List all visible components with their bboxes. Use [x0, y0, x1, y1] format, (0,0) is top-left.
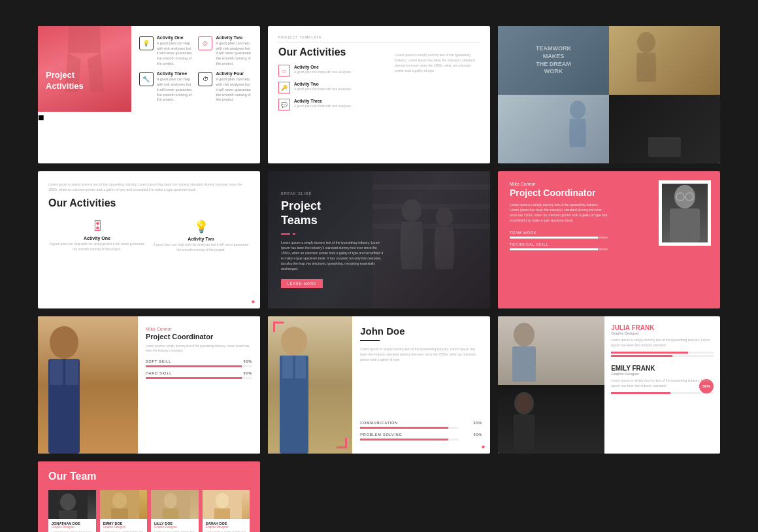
act-row-2: 🔑 Activity Two A good plan can help with…	[278, 82, 480, 93]
slide7-skill-2-fill	[146, 377, 242, 379]
john-doe-info: John Doe Lorem ipsum is simply dummy tex…	[352, 316, 490, 454]
activity-desc-4: A good plan can help with risk analyses …	[216, 77, 252, 102]
slide5-content: BREAK SLIDE Project Teams Lorem ipsum is…	[268, 171, 490, 308]
slide7-skill-1-label: SOFT SKILL 90%	[146, 359, 252, 363]
jonathan-role: Graphic Designer	[52, 525, 93, 529]
emily-bar-bg	[611, 392, 714, 394]
svg-rect-22	[295, 356, 306, 378]
slide4-act2-name: Activity Two	[152, 237, 250, 241]
svg-point-38	[216, 493, 229, 508]
slide-project-teams: BREAK SLIDE Project Teams Lorem ipsum is…	[268, 171, 490, 308]
photo-person-sitting	[609, 26, 720, 95]
emily-name: EMILY FRANK	[611, 365, 714, 372]
slide8-skill-1-fill	[360, 427, 448, 429]
emily-photo	[498, 385, 604, 454]
slide4-activities: 🎛 Activity One A good plan can help with…	[48, 220, 250, 252]
slide5-dots	[281, 233, 477, 235]
lilly-photo	[151, 490, 199, 519]
julia-role: Graphic Designer	[611, 331, 714, 335]
emily-desc: Lorem ipsum is simply dummy text of the …	[611, 378, 714, 388]
activity-name-1: Activity One	[157, 35, 193, 40]
svg-rect-18	[65, 359, 78, 385]
team-member-jonathan: JONATHAN DOE Graphic Designer Lorem ipsu…	[48, 490, 96, 532]
svg-point-27	[516, 394, 532, 412]
slide4-act1: 🎛 Activity One A good plan can help with…	[48, 220, 146, 252]
slide8-skill-2-track	[360, 439, 458, 441]
act-name-2: Activity Two	[294, 82, 351, 86]
slide-john-doe: John Doe Lorem ipsum is simply dummy tex…	[268, 316, 490, 454]
act-name-1: Activity One	[294, 65, 351, 69]
slide4-heading: Our Activities	[48, 197, 250, 209]
jonathan-photo	[48, 490, 96, 519]
photo-teamwork: TEAMWORKMAKESTHE DREAMWORK	[498, 26, 609, 95]
slide-project-activities: Project Activities 💡 Activity One A good…	[38, 26, 260, 163]
emily-card: EMILY FRANK Graphic Designer Lorem ipsum…	[611, 365, 714, 394]
svg-point-23	[514, 323, 535, 346]
svg-rect-36	[163, 508, 178, 519]
slide4-act1-desc: A good plan can help with risk analyses …	[48, 242, 146, 252]
slide5-learn-button[interactable]: LEARN MORE	[281, 279, 323, 288]
slide8-name: John Doe	[360, 325, 482, 337]
team-grid: JONATHAN DOE Graphic Designer Lorem ipsu…	[48, 490, 250, 532]
julia-name: JULIA FRANK	[611, 324, 714, 331]
julia-desc: Lorem ipsum is simply dummy text of the …	[611, 338, 714, 348]
activity-item-4: ⏱ Activity Four A good plan can help wit…	[198, 71, 252, 102]
photo-laptop	[609, 95, 720, 163]
slide4-desc: Lorem ipsum is simply dummy text of the …	[48, 182, 250, 192]
team-member-emmy: EMMY DOE Graphic Designer Lorem ipsum is…	[100, 490, 148, 532]
slide5-break-label: BREAK SLIDE	[281, 191, 477, 195]
activity-desc-3: A good plan can help with risk analyses …	[157, 77, 193, 102]
persons-info: JULIA FRANK Graphic Designer Lorem ipsum…	[604, 316, 720, 454]
project-label: PROJECT TEMPLATE	[278, 35, 480, 42]
slide4-mark: ■	[252, 299, 255, 305]
slide6-skill-1-track	[510, 237, 608, 239]
slide8-skill-2: PROBLEM SOLVING 90%	[360, 433, 482, 441]
slide10-heading: Our Team	[48, 471, 250, 482]
team-member-lilly: LILLY DOE Graphic Designer Lorem ipsum i…	[151, 490, 199, 532]
photo-whiteboard	[498, 95, 609, 163]
slide-our-team: Our Team JONATHAN DOE Graphic Designer L…	[38, 461, 260, 532]
julia-photo	[498, 316, 604, 385]
slide8-skills: COMMUNICATION 90% PROBLEM SOLVING 90%	[360, 421, 482, 444]
slide8-skill-1-track	[360, 427, 458, 429]
julia-bar-bg-2	[611, 355, 714, 357]
activity-item-2: ◎ Activity Two A good plan can help with…	[198, 35, 252, 66]
act-desc-2: A good plan can help with risk analyses	[294, 87, 351, 91]
dot-long	[281, 233, 290, 235]
svg-rect-39	[214, 508, 230, 519]
svg-point-19	[281, 327, 307, 356]
slide6-skill-2-track	[510, 248, 608, 250]
emmy-role: Graphic Designer	[103, 525, 144, 529]
activity-name-3: Activity Three	[157, 71, 193, 76]
activity-icon-3: 🔧	[139, 72, 154, 86]
slide-our-activities-icons: Lorem ipsum is simply dummy text of the …	[38, 171, 260, 308]
slide8-skill-2-fill	[360, 439, 448, 441]
act-row-3: 💬 Activity Three A good plan can help wi…	[278, 99, 480, 110]
team-member-sarah: SARAH DOE Graphic Designer Lorem ipsum i…	[203, 490, 250, 532]
lilly-role: Graphic Designer	[154, 525, 195, 529]
slide-julia-emily: JULIA FRANK Graphic Designer Lorem ipsum…	[498, 316, 720, 454]
slide7-skill-1-track	[146, 365, 252, 367]
slide1-title: Project Activities	[46, 70, 84, 92]
slide6-desc: Lorem ipsum is simply dummy text of the …	[510, 202, 608, 223]
svg-rect-24	[512, 346, 536, 382]
activity-name-2: Activity Two	[216, 35, 252, 40]
emily-role: Graphic Designer	[611, 372, 714, 376]
slide7-skill-1-fill	[146, 365, 242, 367]
julia-card: JULIA FRANK Graphic Designer Lorem ipsum…	[611, 324, 714, 357]
slide-coordinator-photo: Mike Connor Project Coordinator Lorem ip…	[38, 316, 260, 454]
slide8-desc: Lorem ipsum is simply dummy text of the …	[360, 346, 482, 362]
sarah-photo	[203, 490, 250, 519]
svg-point-35	[164, 493, 177, 508]
activity-icon-1: 💡	[139, 36, 154, 50]
slide7-role: Project Coordinator	[146, 333, 252, 341]
act-desc-3: A good plan can help with risk analyses	[294, 104, 351, 108]
svg-rect-33	[111, 508, 128, 519]
slide8-skill-1: COMMUNICATION 90%	[360, 421, 482, 429]
activity-icon-2: ◎	[198, 36, 212, 50]
emmy-photo	[100, 490, 148, 519]
coordinator-photo-half	[38, 316, 138, 454]
slide7-skill-2: HARD SKILL 90%	[146, 371, 252, 379]
activity-desc-1: A good plan can help with risk analyses …	[157, 41, 193, 66]
dot-short	[293, 233, 295, 235]
